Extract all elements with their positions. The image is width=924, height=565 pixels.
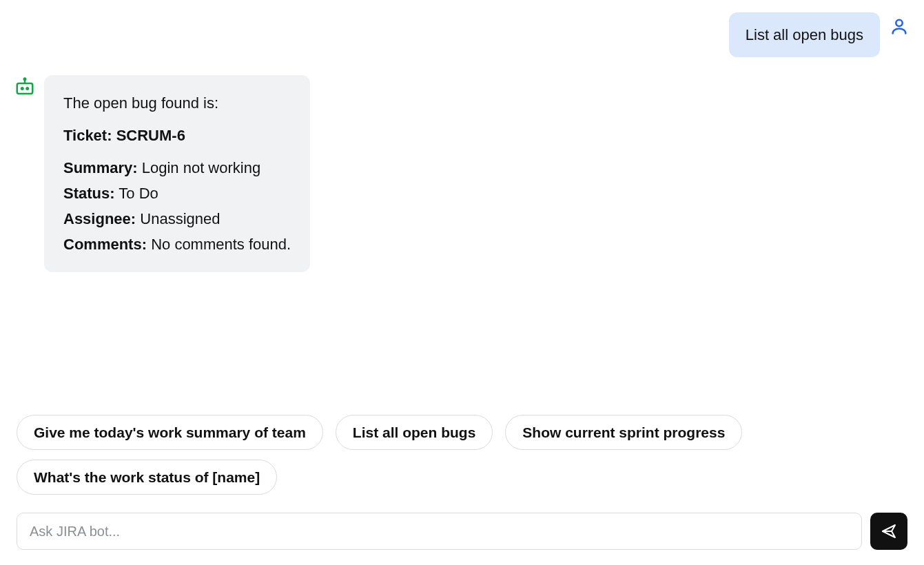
suggestion-chip-work-status[interactable]: What's the work status of [name]	[17, 460, 277, 495]
user-message-bubble: List all open bugs	[729, 12, 880, 57]
svg-point-0	[896, 20, 902, 26]
bot-icon	[14, 76, 35, 97]
svg-point-2	[24, 79, 26, 81]
suggestion-chips: Give me today's work summary of team Lis…	[17, 415, 907, 495]
suggestion-chip-sprint-progress[interactable]: Show current sprint progress	[505, 415, 742, 450]
ticket-value: SCRUM-6	[116, 127, 185, 144]
user-icon	[890, 17, 909, 36]
input-row	[17, 513, 907, 550]
bottom-area: Give me today's work summary of team Lis…	[17, 415, 907, 550]
status-value: To Do	[119, 185, 158, 202]
summary-value: Login not working	[142, 159, 260, 176]
comments-value: No comments found.	[151, 236, 291, 253]
bot-ticket-line: Ticket: SCRUM-6	[63, 124, 291, 147]
send-icon	[881, 523, 897, 540]
bot-comments-line: Comments: No comments found.	[63, 233, 291, 256]
ticket-label: Ticket:	[63, 127, 112, 144]
comments-label: Comments:	[63, 236, 147, 253]
svg-point-4	[27, 88, 29, 90]
bot-summary-line: Summary: Login not working	[63, 156, 291, 179]
send-button[interactable]	[870, 513, 907, 550]
suggestion-chip-open-bugs[interactable]: List all open bugs	[336, 415, 493, 450]
message-row-user: List all open bugs	[14, 12, 910, 57]
bot-assignee-line: Assignee: Unassigned	[63, 207, 291, 230]
summary-label: Summary:	[63, 159, 138, 176]
bot-avatar	[14, 76, 36, 97]
message-row-bot: The open bug found is: Ticket: SCRUM-6 S…	[14, 75, 910, 272]
assignee-label: Assignee:	[63, 210, 136, 227]
bot-status-line: Status: To Do	[63, 182, 291, 205]
status-label: Status:	[63, 185, 115, 202]
user-avatar	[888, 17, 910, 36]
assignee-value: Unassigned	[140, 210, 220, 227]
chat-messages: List all open bugs The open bug found is…	[0, 0, 924, 400]
svg-point-3	[21, 88, 23, 90]
user-message-text: List all open bugs	[746, 26, 863, 43]
svg-rect-1	[17, 83, 33, 94]
chat-input[interactable]	[17, 513, 862, 550]
bot-intro-text: The open bug found is:	[63, 92, 291, 114]
bot-message-bubble: The open bug found is: Ticket: SCRUM-6 S…	[44, 75, 310, 272]
suggestion-chip-work-summary[interactable]: Give me today's work summary of team	[17, 415, 323, 450]
